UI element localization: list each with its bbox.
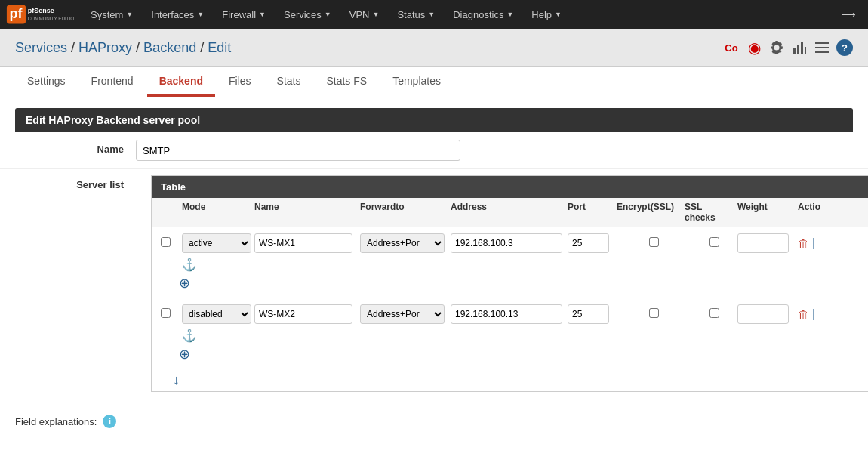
section-title: Edit HAProxy Backend server pool [15,108,853,132]
down-arrow-icon[interactable]: ↓ [158,372,180,387]
server1-ssl[interactable] [709,237,719,247]
breadcrumb: Services / HAProxy / Backend / Edit [15,40,231,56]
server2-anchor-icon[interactable]: ⚓ [179,329,197,343]
col-weight-header: Weight [737,202,798,223]
nav-help[interactable]: Help ▼ [522,3,571,26]
chart-icon[interactable] [791,39,808,56]
server1-checkbox[interactable] [161,237,171,247]
server2-name[interactable] [254,304,352,324]
nav-vpn[interactable]: VPN ▼ [340,3,389,26]
svg-rect-9 [815,47,829,48]
horizontal-scrollbar[interactable] [136,393,868,407]
name-label: Name [15,140,136,155]
server-table: Table Mode Name Forwardto Address Port E… [151,175,868,392]
svg-text:pf: pf [10,6,23,21]
nav-interfaces[interactable]: Interfaces ▼ [142,3,213,26]
page-header: Services / HAProxy / Backend / Edit Co ◉ [0,29,868,67]
server2-mode[interactable]: active disabled backup [182,304,251,324]
brand: pf pfSense COMMUNITY EDITION [6,3,74,26]
nav-items: System ▼ Interfaces ▼ Firewall ▼ Service… [82,3,836,26]
server1-add-icon[interactable]: ⊕ [179,276,190,291]
nav-services[interactable]: Services ▼ [275,3,340,26]
chevron-down-icon: ▼ [325,11,331,18]
server-row-2: active disabled backup Address+Por [152,298,868,369]
breadcrumb-haproxy[interactable]: HAProxy [78,40,132,55]
col-address-header: Address [451,202,568,223]
server1-weight[interactable] [737,233,789,253]
settings-icon[interactable] [768,39,785,56]
server1-port[interactable] [568,233,609,253]
main-content: Edit HAProxy Backend server pool Name Se… [0,108,868,451]
header-icons: Co ◉ ? [723,39,853,56]
col-ssl-header: SSL checks [685,202,737,223]
chevron-down-icon: ▼ [373,11,380,18]
navbar: pf pfSense COMMUNITY EDITION System ▼ In… [0,0,868,29]
table-header: Table [152,176,868,198]
svg-rect-8 [815,42,829,44]
server2-address[interactable] [451,304,562,324]
svg-text:pfSense: pfSense [28,7,54,14]
tab-stats[interactable]: Stats [265,67,313,97]
server1-delete-icon[interactable]: 🗑 [798,237,809,250]
help-icon[interactable]: ? [836,39,853,56]
pfsense-logo: pf pfSense COMMUNITY EDITION [6,3,74,26]
nav-diagnostics[interactable]: Diagnostics ▼ [444,3,522,26]
server2-checkbox[interactable] [161,308,171,318]
nav-firewall[interactable]: Firewall ▼ [213,3,275,26]
page: pf pfSense COMMUNITY EDITION System ▼ In… [0,0,868,466]
info-icon[interactable]: i [103,415,116,428]
tab-frontend[interactable]: Frontend [79,67,146,97]
nav-status[interactable]: Status ▼ [388,3,444,26]
server2-forwardto[interactable]: Address+Por [360,304,445,324]
nav-system[interactable]: System ▼ [82,3,142,26]
table-columns: Mode Name Forwardto Address Port Encrypt… [152,198,868,227]
tab-backend[interactable]: Backend [147,67,215,97]
breadcrumb-backend[interactable]: Backend [143,40,196,55]
circle-status-icon[interactable]: ◉ [746,39,762,56]
server2-port[interactable] [568,304,609,324]
svg-rect-7 [805,47,806,54]
server1-forwardto[interactable]: Address+Por [360,233,445,253]
col-name-header: Name [254,202,360,223]
breadcrumb-services[interactable]: Services [15,40,67,55]
tabs-bar: Settings Frontend Backend Files Stats St… [0,67,868,97]
exit-icon: ⟶ [842,9,856,20]
chevron-down-icon: ▼ [197,11,204,18]
chevron-down-icon: ▼ [126,11,133,18]
co-icon[interactable]: Co [723,39,740,56]
tab-templates[interactable]: Templates [380,67,453,97]
server2-add-icon[interactable]: ⊕ [179,347,190,362]
svg-rect-10 [815,51,829,53]
tab-settings[interactable]: Settings [15,67,78,97]
field-explanations-label: Field explanations: [15,416,97,427]
server1-encrypt[interactable] [649,237,659,247]
col-port-header: Port [568,202,617,223]
server1-name[interactable] [254,233,352,253]
navbar-exit[interactable]: ⟶ [836,9,862,20]
name-form-row: Name [0,132,868,169]
server1-anchor-icon[interactable]: ⚓ [179,258,197,272]
server2-drag-icon[interactable]: | [812,307,815,321]
server-list-label: Server list [15,175,136,190]
breadcrumb-edit[interactable]: Edit [208,40,231,55]
col-forwardto-header: Forwardto [360,202,451,223]
col-encrypt-header: Encrypt(SSL) [617,202,685,223]
chevron-down-icon: ▼ [555,11,562,18]
server1-drag-icon[interactable]: | [812,236,815,250]
server2-encrypt[interactable] [649,308,659,318]
svg-text:COMMUNITY EDITION: COMMUNITY EDITION [28,16,74,21]
server-list-row: Server list Table Mode Name Forwardto Ad… [0,169,868,407]
svg-rect-4 [793,48,796,54]
svg-rect-6 [801,42,803,54]
col-action-header: Actio [798,202,843,223]
server1-mode[interactable]: active disabled backup [182,233,251,253]
svg-rect-5 [797,45,799,54]
server2-weight[interactable] [737,304,789,324]
server1-address[interactable] [451,233,562,253]
server2-delete-icon[interactable]: 🗑 [798,308,809,321]
tab-files[interactable]: Files [217,67,263,97]
name-input[interactable] [136,140,460,161]
server2-ssl[interactable] [709,308,719,318]
tab-stats-fs[interactable]: Stats FS [314,67,379,97]
list-icon[interactable] [814,39,830,56]
